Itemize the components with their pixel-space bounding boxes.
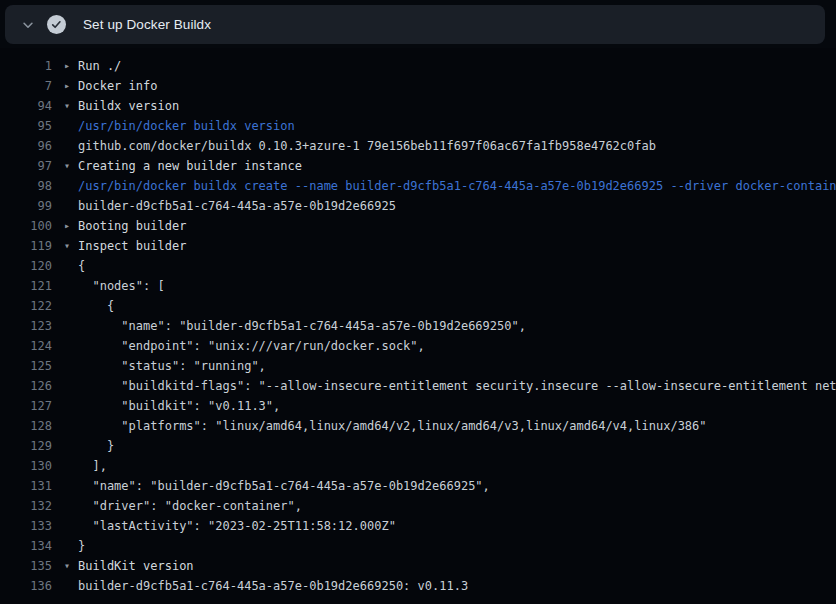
line-number[interactable]: 134 [0, 536, 52, 556]
line-number[interactable]: 127 [0, 396, 52, 416]
line-number[interactable]: 98 [0, 176, 52, 196]
log-group-header[interactable]: 97▾Creating a new builder instance [0, 156, 836, 176]
log-group-header[interactable]: 1▸Run ./ [0, 56, 836, 76]
log-line: 131 "name": "builder-d9cfb5a1-c764-445a-… [0, 476, 836, 496]
triangle-right-icon[interactable]: ▸ [64, 76, 78, 96]
log-line: 132 "driver": "docker-container", [0, 496, 836, 516]
line-number[interactable]: 132 [0, 496, 52, 516]
arrow-spacer [64, 536, 78, 556]
log-text: BuildKit version [78, 556, 194, 576]
log-text: "nodes": [ [78, 276, 165, 296]
arrow-spacer [64, 296, 78, 316]
line-number[interactable]: 122 [0, 296, 52, 316]
log-line: 125 "status": "running", [0, 356, 836, 376]
arrow-spacer [64, 116, 78, 136]
line-number[interactable]: 1 [0, 56, 52, 76]
triangle-down-icon[interactable]: ▾ [64, 556, 78, 576]
line-number[interactable]: 100 [0, 216, 52, 236]
line-number[interactable]: 125 [0, 356, 52, 376]
log-group-header[interactable]: 135▾BuildKit version [0, 556, 836, 576]
log-line: 98/usr/bin/docker buildx create --name b… [0, 176, 836, 196]
log-text: "lastActivity": "2023-02-25T11:58:12.000… [78, 516, 396, 536]
log-text: Run ./ [78, 56, 121, 76]
log-line: 99builder-d9cfb5a1-c764-445a-a57e-0b19d2… [0, 196, 836, 216]
arrow-spacer [64, 336, 78, 356]
log-text: Docker info [78, 76, 157, 96]
log-text: "driver": "docker-container", [78, 496, 302, 516]
line-number[interactable]: 131 [0, 476, 52, 496]
arrow-spacer [64, 356, 78, 376]
log-text: { [78, 256, 85, 276]
log-text: /usr/bin/docker buildx version [78, 116, 295, 136]
line-number[interactable]: 128 [0, 416, 52, 436]
arrow-spacer [64, 376, 78, 396]
log-group-header[interactable]: 7▸Docker info [0, 76, 836, 96]
line-number[interactable]: 97 [0, 156, 52, 176]
log-lines: 1▸Run ./7▸Docker info94▾Buildx version95… [0, 56, 836, 596]
arrow-spacer [64, 136, 78, 156]
arrow-spacer [64, 416, 78, 436]
log-group-header[interactable]: 100▸Booting builder [0, 216, 836, 236]
line-number[interactable]: 95 [0, 116, 52, 136]
log-line: 124 "endpoint": "unix:///var/run/docker.… [0, 336, 836, 356]
step-title: Set up Docker Buildx [83, 17, 211, 32]
line-number[interactable]: 126 [0, 376, 52, 396]
arrow-spacer [64, 256, 78, 276]
line-number[interactable]: 123 [0, 316, 52, 336]
log-line: 130 ], [0, 456, 836, 476]
log-text: ], [78, 456, 107, 476]
log-text: github.com/docker/buildx 0.10.3+azure-1 … [78, 136, 656, 156]
line-number[interactable]: 130 [0, 456, 52, 476]
log-text: builder-d9cfb5a1-c764-445a-a57e-0b19d2e6… [78, 196, 396, 216]
arrow-spacer [64, 456, 78, 476]
triangle-right-icon[interactable]: ▸ [64, 56, 78, 76]
line-number[interactable]: 96 [0, 136, 52, 156]
log-text: "status": "running", [78, 356, 266, 376]
log-text: "name": "builder-d9cfb5a1-c764-445a-a57e… [78, 316, 526, 336]
triangle-down-icon[interactable]: ▾ [64, 236, 78, 256]
log-line: 123 "name": "builder-d9cfb5a1-c764-445a-… [0, 316, 836, 336]
log-text: Inspect builder [78, 236, 186, 256]
log-text: { [78, 296, 114, 316]
triangle-right-icon[interactable]: ▸ [64, 216, 78, 236]
line-number[interactable]: 119 [0, 236, 52, 256]
log-text: Booting builder [78, 216, 186, 236]
log-line: 96github.com/docker/buildx 0.10.3+azure-… [0, 136, 836, 156]
log-group-header[interactable]: 94▾Buildx version [0, 96, 836, 116]
log-line: 133 "lastActivity": "2023-02-25T11:58:12… [0, 516, 836, 536]
step-header[interactable]: Set up Docker Buildx [5, 5, 825, 44]
triangle-down-icon[interactable]: ▾ [64, 96, 78, 116]
log-group-header[interactable]: 119▾Inspect builder [0, 236, 836, 256]
log-text: /usr/bin/docker buildx create --name bui… [78, 176, 836, 196]
arrow-spacer [64, 516, 78, 536]
log-line: 122 { [0, 296, 836, 316]
triangle-down-icon[interactable]: ▾ [64, 156, 78, 176]
log-line: 120{ [0, 256, 836, 276]
line-number[interactable]: 99 [0, 196, 52, 216]
line-number[interactable]: 129 [0, 436, 52, 456]
log-text: "buildkit": "v0.11.3", [78, 396, 280, 416]
log-text: } [78, 536, 85, 556]
line-number[interactable]: 7 [0, 76, 52, 96]
arrow-spacer [64, 196, 78, 216]
log-text: "endpoint": "unix:///var/run/docker.sock… [78, 336, 425, 356]
line-number[interactable]: 120 [0, 256, 52, 276]
line-number[interactable]: 133 [0, 516, 52, 536]
log-line: 129 } [0, 436, 836, 456]
log-line: 127 "buildkit": "v0.11.3", [0, 396, 836, 416]
line-number[interactable]: 135 [0, 556, 52, 576]
log-text: Buildx version [78, 96, 179, 116]
arrow-spacer [64, 436, 78, 456]
arrow-spacer [64, 496, 78, 516]
line-number[interactable]: 94 [0, 96, 52, 116]
line-number[interactable]: 124 [0, 336, 52, 356]
line-number[interactable]: 121 [0, 276, 52, 296]
log-line: 128 "platforms": "linux/amd64,linux/amd6… [0, 416, 836, 436]
log-text: "platforms": "linux/amd64,linux/amd64/v2… [78, 416, 707, 436]
log-text: builder-d9cfb5a1-c764-445a-a57e-0b19d2e6… [78, 576, 468, 596]
arrow-spacer [64, 176, 78, 196]
line-number[interactable]: 136 [0, 576, 52, 596]
chevron-down-icon[interactable] [13, 18, 43, 32]
log-line: 121 "nodes": [ [0, 276, 836, 296]
log-container: 1▸Run ./7▸Docker info94▾Buildx version95… [0, 48, 836, 604]
